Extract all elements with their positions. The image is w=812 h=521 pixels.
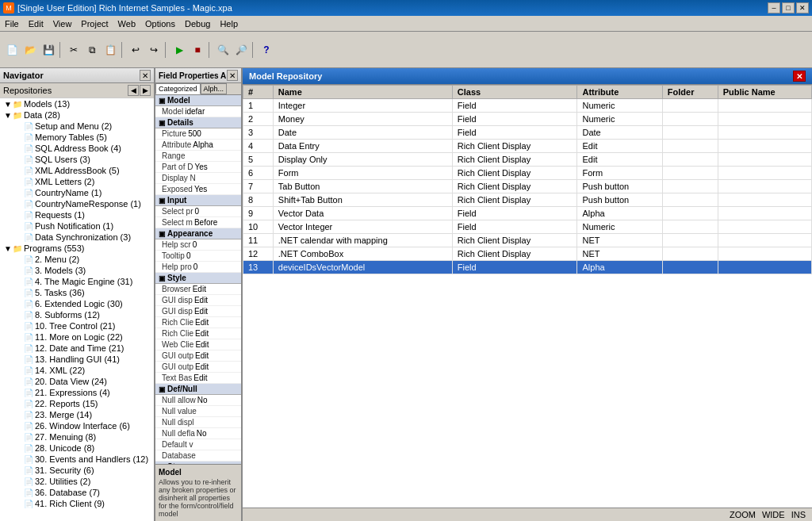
table-row[interactable]: 5Display OnlyRich Client DisplayEdit [243, 153, 812, 167]
fp-property-row[interactable]: AttributeAlpha [155, 140, 241, 151]
tree-item[interactable]: 📄31. Security (6) [0, 465, 154, 476]
tree-item[interactable]: 📄22. Reports (15) [0, 398, 154, 409]
fp-property-row[interactable]: Rich ClieEdit [155, 317, 241, 328]
fp-section[interactable]: ▣Def/Null [155, 384, 241, 395]
tree-item[interactable]: 📄3. Models (3) [0, 265, 154, 276]
table-row[interactable]: 1IntegerFieldNumeric [243, 99, 812, 113]
fp-property-row[interactable]: Null deflaNo [155, 428, 241, 439]
fp-property-row[interactable]: Rich ClieEdit [155, 328, 241, 339]
paste-button[interactable]: 📋 [102, 41, 119, 59]
tree-item[interactable]: 📄41. Rich Client (9) [0, 498, 154, 509]
fp-property-row[interactable]: Help pro0 [155, 262, 241, 273]
minimize-button[interactable]: – [768, 2, 780, 13]
tree-item[interactable]: 📄SQL Address Book (4) [0, 143, 154, 154]
tree-item[interactable]: 📄2. Menu (2) [0, 254, 154, 265]
repos-nav-left[interactable]: ◀ [128, 85, 139, 96]
tree-item[interactable]: 📄23. Merge (14) [0, 409, 154, 420]
field-props-close-button[interactable]: ✕ [227, 70, 238, 81]
close-button[interactable]: ✕ [796, 2, 809, 13]
fp-property-row[interactable]: Picture500 [155, 128, 241, 140]
tree-item[interactable]: 📄Requests (1) [0, 209, 154, 220]
fp-property-row[interactable]: Select mBefore [155, 217, 241, 228]
table-row[interactable]: 10Vector IntegerFieldNumeric [243, 220, 812, 234]
tree-item[interactable]: 📄Memory Tables (5) [0, 132, 154, 143]
table-row[interactable]: 7Tab ButtonRich Client DisplayPush butto… [243, 180, 812, 193]
save-button[interactable]: 💾 [40, 41, 57, 59]
undo-button[interactable]: ↩ [127, 41, 144, 59]
menu-web[interactable]: Web [113, 17, 140, 30]
fp-property-row[interactable]: GUI outpEdit [155, 362, 241, 373]
tree-item[interactable]: 📄11. More on Logic (22) [0, 331, 154, 343]
fp-property-row[interactable]: Null value [155, 406, 241, 417]
find-button[interactable]: 🔎 [232, 41, 250, 59]
restore-button[interactable]: □ [782, 2, 795, 13]
fp-property-row[interactable]: GUI outpEdit [155, 351, 241, 362]
tree-item[interactable]: 📄XML Letters (2) [0, 176, 154, 187]
fp-property-row[interactable]: Tooltip0 [155, 251, 241, 262]
tree-item[interactable]: 📄20. Data View (24) [0, 376, 154, 387]
navigator-close-button[interactable]: ✕ [140, 70, 151, 81]
menu-file[interactable]: File [0, 17, 24, 30]
tree-item[interactable]: 📄36. Database (7) [0, 487, 154, 498]
table-row[interactable]: 4Data EntryRich Client DisplayEdit [243, 140, 812, 153]
fp-property-row[interactable]: GUI dispEdit [155, 306, 241, 317]
tree-item[interactable]: 📄8. Subforms (12) [0, 309, 154, 320]
menu-debug[interactable]: Debug [180, 17, 215, 30]
tree-item[interactable]: 📄13. Handling GUI (41) [0, 354, 154, 365]
new-button[interactable]: 📄 [3, 41, 21, 59]
tree-item[interactable]: 📄Push Notification (1) [0, 220, 154, 232]
table-row[interactable]: 8Shift+Tab ButtonRich Client DisplayPush… [243, 193, 812, 207]
tree-item[interactable]: 📄5. Tasks (36) [0, 287, 154, 298]
zoom-button[interactable]: 🔍 [214, 41, 232, 59]
tree-item[interactable]: 📄CountryNameResponse (1) [0, 198, 154, 209]
fp-property-row[interactable]: Display N [155, 173, 241, 184]
table-row[interactable]: 9Vector DataFieldAlpha [243, 207, 812, 220]
open-button[interactable]: 📂 [21, 41, 39, 59]
tree-item[interactable]: 📄26. Window Interface (6) [0, 420, 154, 431]
run-button[interactable]: ▶ [170, 41, 188, 59]
tree-item[interactable]: 📄CountryName (1) [0, 187, 154, 198]
tree-item[interactable]: ▼📁Programs (553) [0, 243, 154, 254]
tree-item[interactable]: 📄14. XML (22) [0, 365, 154, 376]
table-row[interactable]: 13deviceIDsVectorModelFieldAlpha [243, 261, 812, 274]
repos-nav-right[interactable]: ▶ [140, 85, 151, 96]
tree-item[interactable]: ▼📁Models (13) [0, 98, 154, 109]
table-row[interactable]: 2MoneyFieldNumeric [243, 113, 812, 126]
fp-section[interactable]: ▣Model [155, 95, 241, 106]
tree-item[interactable]: 📄6. Extended Logic (30) [0, 298, 154, 309]
menu-help[interactable]: Help [215, 17, 243, 30]
menu-edit[interactable]: Edit [24, 17, 48, 30]
fp-property-row[interactable]: Web ClieEdit [155, 339, 241, 351]
tree-item[interactable]: 📄10. Tree Control (21) [0, 320, 154, 331]
fp-property-row[interactable]: GUI dispEdit [155, 295, 241, 306]
tree-item[interactable]: 📄28. Unicode (8) [0, 442, 154, 454]
tree-item[interactable]: 📄12. Date and Time (21) [0, 343, 154, 354]
cut-button[interactable]: ✂ [65, 41, 82, 59]
fp-property-row[interactable]: Null allowNo [155, 395, 241, 406]
tree-item[interactable]: ▼📁Data (28) [0, 109, 154, 121]
copy-button[interactable]: ⧉ [83, 41, 101, 59]
fp-property-row[interactable]: Part of DYes [155, 162, 241, 173]
model-repo-close-button[interactable]: ✕ [793, 71, 806, 82]
tree-item[interactable]: 📄4. The Magic Engine (31) [0, 276, 154, 287]
tree-item[interactable]: 📄32. Utilities (2) [0, 476, 154, 487]
redo-button[interactable]: ↪ [145, 41, 163, 59]
tab-alpha[interactable]: Alph... [201, 83, 228, 94]
fp-property-row[interactable]: Modelidefar [155, 106, 241, 117]
fp-property-row[interactable]: Null displ [155, 417, 241, 428]
fp-property-row[interactable]: BrowserEdit [155, 284, 241, 295]
menu-options[interactable]: Options [140, 17, 180, 30]
tree-item[interactable]: 📄Setup and Menu (2) [0, 121, 154, 132]
tree-item[interactable]: 📄Data Synchronization (3) [0, 232, 154, 243]
help-button[interactable]: ? [258, 41, 275, 59]
stop-button[interactable]: ■ [189, 41, 206, 59]
tree-item[interactable]: 📄27. Menuing (8) [0, 431, 154, 442]
fp-section[interactable]: ▣Style [155, 273, 241, 284]
tree-item[interactable]: 📄SQL Users (3) [0, 154, 154, 165]
fp-property-row[interactable]: ExposedYes [155, 184, 241, 195]
fp-property-row[interactable]: Database [155, 450, 241, 462]
fp-property-row[interactable]: Help scr0 [155, 239, 241, 251]
fp-section[interactable]: ▣Appearance [155, 228, 241, 239]
tree-item[interactable]: 📄XML AddressBook (5) [0, 165, 154, 176]
fp-section[interactable]: ▣Details [155, 117, 241, 128]
